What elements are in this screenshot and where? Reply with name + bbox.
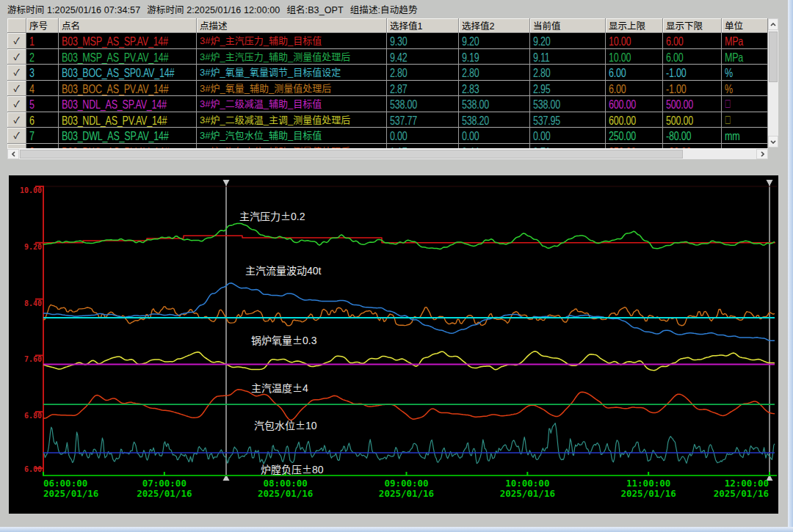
scroll-down-button[interactable] — [768, 136, 778, 147]
cell-sel2: 538.20 — [459, 112, 530, 128]
cell-desc: 3#炉_氧量_辅助_测量值处理后 — [197, 81, 387, 97]
series-temp_pv — [43, 351, 775, 371]
row-checkbox[interactable]: ✓ — [7, 49, 26, 65]
cell-sel1: 9.30 — [387, 33, 459, 49]
row-checkbox[interactable]: ✓ — [7, 33, 26, 49]
window-edge-right — [788, 0, 793, 532]
chevron-up-icon — [770, 23, 776, 26]
header-unit[interactable]: 单位 — [722, 18, 768, 33]
cell-current: 9.20 — [530, 33, 606, 49]
cell-unit: MPa — [722, 49, 768, 65]
cell-tag: B03_MSP_AS_PV.AV_14# — [59, 49, 197, 65]
cell-index: 2 — [26, 49, 59, 65]
table-row[interactable]: ✓2B03_MSP_AS_PV.AV_14#3#炉_主汽压力_辅助_测量值处理后… — [7, 49, 768, 65]
row-checkbox[interactable]: ✓ — [7, 112, 26, 128]
trend-plot: 10.009.208.407.606.806.0006:00:002025/01… — [9, 175, 778, 514]
table-row[interactable]: ✓5B03_NDL_AS_SP.AV_14#3#炉_二级减温_辅助_目标值538… — [7, 96, 768, 112]
y-tick-label: 9.20 — [24, 243, 42, 251]
x-tick — [43, 472, 44, 475]
row-checkbox[interactable]: ✓ — [7, 96, 26, 112]
x-tick-time: 09:00:00 — [384, 478, 428, 489]
table-row[interactable]: ✓1B03_MSP_AS_SP.AV_14#3#炉_主汽压力_辅助_目标值9.3… — [7, 33, 768, 49]
cell-unit: MPa — [722, 33, 768, 49]
x-tick — [526, 472, 528, 475]
trend-chart[interactable]: 10.009.208.407.606.806.0006:00:002025/01… — [9, 175, 778, 514]
scroll-right-button[interactable] — [756, 149, 768, 159]
cell-upper: 600.00 — [606, 96, 663, 112]
window-edge-bottom — [0, 527, 793, 532]
cell-upper: 250.00 — [606, 128, 663, 144]
cell-desc: 3#炉_二级减温_主调_测量值处理后 — [197, 112, 387, 128]
status-bar: 游标时间 1:2025/01/16 07:34:57游标时间 2:2025/01… — [7, 2, 742, 15]
x-tick-date: 2025/01/16 — [500, 488, 555, 499]
cell-current: 538.00 — [530, 96, 606, 112]
x-tick-time: 11:00:00 — [626, 478, 670, 489]
cell-tag: B03_MSP_AS_SP.AV_14# — [59, 33, 197, 49]
table-row[interactable]: ✓6B03_NDL_AS_PV.AV_14#3#炉_二级减温_主调_测量值处理后… — [7, 112, 768, 128]
cursor-time-2-label: 游标时间 2:2025/01/16 12:00:00 — [147, 2, 280, 16]
cursor-time-1-label: 游标时间 1:2025/01/16 07:34:57 — [7, 2, 140, 16]
header-lower[interactable]: 显示下限 — [663, 18, 722, 33]
cell-lower: -1.00 — [663, 81, 722, 97]
cell-upper: 600.00 — [606, 112, 663, 128]
table-vertical-scrollbar[interactable] — [768, 18, 778, 147]
vertical-scroll-thumb[interactable] — [769, 32, 778, 82]
row-checkbox[interactable]: ✓ — [7, 81, 26, 97]
cell-current: 0.00 — [530, 128, 606, 144]
annotation-label: 主汽压力±0.2 — [239, 208, 305, 223]
cursor-handle-top — [223, 180, 230, 186]
cell-upper: 10.00 — [606, 49, 663, 65]
table-row[interactable]: ✓7B03_DWL_AS_SP.AV_14#3#炉_汽包水位_辅助_目标值0.0… — [7, 128, 768, 144]
x-tick — [164, 472, 165, 475]
header-tag[interactable]: 点名 — [59, 18, 197, 33]
horizontal-scroll-thumb[interactable] — [20, 150, 683, 158]
cell-sel1: 2.80 — [387, 65, 459, 81]
cell-lower: 6.00 — [663, 49, 722, 65]
cell-tag: B03_DWL_AS_SP.AV_14# — [59, 128, 197, 144]
cell-sel1: 2.87 — [387, 81, 459, 97]
cell-unit: □ — [722, 96, 768, 112]
cell-desc: 3#炉_氧量_氧量调节_目标值设定 — [197, 65, 387, 81]
header-upper[interactable]: 显示上限 — [606, 18, 663, 33]
row-checkbox[interactable]: ✓ — [7, 128, 26, 144]
cell-unit: % — [722, 65, 768, 81]
cell-lower: 6.00 — [663, 33, 722, 49]
cell-tag: B03_BOC_AS_SP0.AV_14# — [59, 65, 197, 81]
x-tick-time: 12:00:00 — [725, 478, 769, 489]
x-tick-date: 2025/01/16 — [379, 488, 434, 499]
cell-sel1: 537.77 — [387, 112, 459, 128]
cell-sel2: 538.00 — [459, 96, 530, 112]
annotation-label: 主汽温度±4 — [251, 380, 308, 395]
scroll-left-button[interactable] — [7, 149, 19, 159]
cell-upper: 10.00 — [606, 33, 663, 49]
header-desc[interactable]: 点描述 — [197, 18, 387, 33]
cell-desc: 3#炉_二级减温_辅助_目标值 — [197, 96, 387, 112]
series-o2_pv — [43, 305, 775, 326]
cell-sel2: 9.19 — [459, 49, 530, 65]
x-tick-time: 10:00:00 — [505, 478, 549, 489]
y-tick-label: 7.60 — [24, 355, 42, 363]
header-current[interactable]: 当前值 — [530, 18, 606, 33]
table-row[interactable]: ✓3B03_BOC_AS_SP0.AV_14#3#炉_氧量_氧量调节_目标值设定… — [7, 65, 768, 81]
cell-tag: B03_NDL_AS_SP.AV_14# — [59, 96, 197, 112]
cell-lower: -80.00 — [663, 128, 722, 144]
cell-sel1: 0.00 — [387, 128, 459, 144]
table-horizontal-scrollbar[interactable] — [7, 148, 768, 159]
cell-index: 5 — [26, 96, 59, 112]
cell-sel1: 9.42 — [387, 49, 459, 65]
cell-desc: 3#炉_主汽压力_辅助_测量值处理后 — [197, 49, 387, 65]
chevron-right-icon — [761, 151, 764, 157]
header-sel1[interactable]: 选择值1 — [387, 18, 459, 33]
table-row[interactable]: ✓4B03_BOC_AS_PV.AV_14#3#炉_氧量_辅助_测量值处理后2.… — [7, 81, 768, 97]
cell-desc: 3#炉_汽包水位_辅助_目标值 — [197, 128, 387, 144]
cell-lower: -1.00 — [663, 65, 722, 81]
x-tick — [405, 472, 407, 475]
header-sel2[interactable]: 选择值2 — [459, 18, 530, 33]
row-checkbox[interactable]: ✓ — [7, 65, 26, 81]
scroll-up-button[interactable] — [768, 18, 778, 30]
cell-unit: □ — [722, 112, 768, 128]
series-flow — [43, 283, 775, 341]
header-index[interactable]: 序号 — [26, 18, 59, 33]
cell-sel2: 0.00 — [459, 128, 530, 144]
x-tick-time: 07:00:00 — [142, 478, 187, 489]
